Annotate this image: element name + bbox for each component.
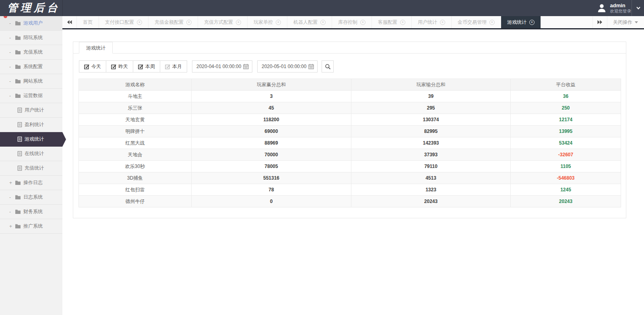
folder-icon [15,209,21,214]
chevron-down-icon[interactable] [636,6,641,10]
platform-profit-cell: -546803 [511,172,621,184]
tab-home[interactable]: 首页 [77,16,99,28]
document-icon [17,137,22,142]
sidebar-item-operation-log[interactable]: +操作日志 [0,176,62,190]
player-lose-cell: 39 [351,91,511,102]
folder-icon [15,180,21,185]
tab-label: 用户统计 [418,19,437,26]
date-from-input[interactable]: 2020-04-01 00:00:00 [192,60,252,73]
sidebar-item-label: 陪玩系统 [23,34,43,41]
close-tab-icon[interactable]: × [529,20,535,25]
close-tab-icon[interactable]: × [400,20,405,25]
tab-user-stats[interactable]: 用户统计× [412,16,452,28]
tab-recharge-amount-config[interactable]: 充值金额配置× [149,16,198,28]
panel-tab-game-stats[interactable]: 游戏统计 [79,42,113,54]
platform-profit-cell: 1245 [511,184,621,196]
platform-profit-cell: 250 [511,102,621,114]
sidebar-item-user-stats[interactable]: 用户统计 [0,103,62,118]
tab-strip: 首页支付接口配置×充值金额配置×充值方式配置×玩家单控×机器人配置×库存控制×客… [62,16,644,29]
sidebar-item-recharge-stats[interactable]: 充值统计 [0,161,62,176]
yesterday-button[interactable]: 昨天 [106,60,133,73]
quick-range-button-group: 今天昨天本周本月 [79,60,187,73]
filter-bar: 今天昨天本周本月 2020-04-01 00:00:00 2020-05-01 … [79,60,620,73]
sidebar-item-recharge-system[interactable]: -充值系统 [0,45,62,60]
sidebar-item-online-stats[interactable]: 在线统计 [0,147,62,161]
sidebar-item-game-stats[interactable]: 游戏统计 [0,132,62,147]
game-name-cell: 欢乐30秒 [79,161,192,172]
search-icon [325,64,331,70]
double-chevron-right-icon [597,20,603,25]
tab-service-config[interactable]: 客服配置× [372,16,412,28]
tab-label: 金币交易管理 [458,19,487,26]
sidebar-item-promotion-system[interactable]: +推广系统 [0,219,62,234]
player-win-cell: 78005 [192,161,351,172]
tab-game-stats[interactable]: 游戏统计× [501,16,541,28]
today-button[interactable]: 今天 [79,60,106,73]
user-avatar-icon [597,3,607,13]
table-header: 游戏名称玩家赢分总和玩家输分总和平台收益 [79,79,621,91]
tab-player-control[interactable]: 玩家单控× [248,16,287,28]
folder-icon [15,50,21,55]
content-panel: 游戏统计 今天昨天本周本月 2020-04-01 00:00:00 2020-0… [73,41,626,218]
tab-inventory-control[interactable]: 库存控制× [332,16,372,28]
document-icon [17,151,22,156]
check-square-icon [138,64,143,69]
search-button[interactable] [322,60,334,73]
tab-payment-api-config[interactable]: 支付接口配置× [99,16,149,28]
scroll-tabs-left-button[interactable] [62,16,77,28]
sidebar-item-label: 充值系统 [23,49,43,56]
player-lose-cell: 1323 [351,184,511,196]
close-operations-menu[interactable]: 关闭操作 [607,16,644,28]
folder-icon [15,93,21,98]
check-square-icon [165,64,170,69]
sidebar-item-companion-system[interactable]: -陪玩系统 [0,31,62,45]
close-tab-icon[interactable]: × [236,20,241,25]
quick-button-label: 本周 [145,63,155,70]
game-name-cell: 天地玄黄 [79,114,192,126]
close-tab-icon[interactable]: × [276,20,281,25]
this-week-button[interactable]: 本周 [133,60,160,73]
sidebar-item-label: 推广系统 [23,223,43,230]
sidebar-item-profit-stats[interactable]: 盈利统计 [0,118,62,132]
sidebar-item-system-config[interactable]: -系统配置 [0,60,62,74]
tab-recharge-method-config[interactable]: 充值方式配置× [198,16,248,28]
game-name-cell: 红黑大战 [79,137,192,149]
date-to-input[interactable]: 2020-05-01 00:00:00 [257,60,318,73]
sidebar-item-finance-system[interactable]: -财务系统 [0,205,62,219]
this-month-button[interactable]: 本月 [160,60,187,73]
sidebar-item-website-system[interactable]: -网站系统 [0,74,62,89]
quick-button-label: 今天 [91,63,101,70]
game-name-cell: 3D捕鱼 [79,172,192,184]
sidebar-item-log-system[interactable]: -日志系统 [0,190,62,205]
tab-robot-config[interactable]: 机器人配置× [287,16,332,28]
close-tab-icon[interactable]: × [186,20,192,25]
close-tab-icon[interactable]: × [440,20,445,25]
expander-sign: + [9,180,15,186]
user-area[interactable]: admin 欢迎您登录 [597,0,632,16]
close-tab-icon[interactable]: × [137,20,142,25]
sidebar-item-game-users[interactable]: -游戏用户 [0,16,62,31]
sidebar-menu: -游戏用户-陪玩系统-充值系统-系统配置-网站系统-运营数据用户统计盈利统计游戏… [0,16,62,234]
open-tabs: 首页支付接口配置×充值金额配置×充值方式配置×玩家单控×机器人配置×库存控制×客… [77,16,592,28]
expander-sign: - [9,93,15,99]
platform-profit-cell: 13995 [511,126,621,137]
scroll-tabs-right-button[interactable] [592,16,607,28]
header-separator [632,0,632,16]
header-divider [62,0,63,16]
tab-label: 首页 [83,19,93,26]
top-header: 管理后台 admin 欢迎您登录 [0,0,644,16]
date-to-value: 2020-05-01 00:00:00 [262,64,306,69]
tab-coin-trade-manage[interactable]: 金币交易管理× [452,16,501,28]
platform-profit-cell: -32607 [511,149,621,161]
date-from-value: 2020-04-01 00:00:00 [196,64,241,69]
sidebar-item-label: 充值统计 [25,165,44,172]
close-tab-icon[interactable]: × [320,20,326,25]
sidebar-item-label: 财务系统 [23,208,43,215]
player-win-cell: 0 [192,196,351,207]
document-icon [17,166,22,171]
close-tab-icon[interactable]: × [489,20,495,25]
close-tab-icon[interactable]: × [360,20,365,25]
player-lose-cell: 79110 [351,161,511,172]
sidebar-item-operation-data[interactable]: -运营数据 [0,89,62,103]
tab-label: 玩家单控 [254,19,273,26]
